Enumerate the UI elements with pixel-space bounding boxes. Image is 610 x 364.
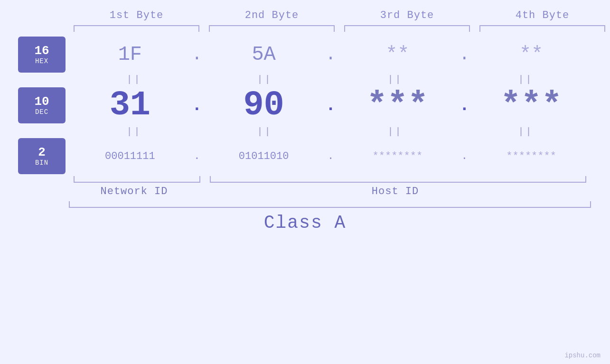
hex-badge-label: HEX — [35, 57, 48, 65]
dec-val-3: *** — [367, 86, 429, 125]
big-bracket-row — [0, 201, 610, 208]
bin-byte-1: 00011111 — [70, 150, 190, 162]
hex-badge: 16 HEX — [18, 37, 66, 73]
hex-badge-num: 16 — [34, 44, 49, 58]
hex-val-3: ** — [385, 43, 409, 66]
bin-data-row: 00011111 . 01011010 . ******** . *******… — [70, 150, 610, 162]
hex-val-2: 5A — [252, 43, 275, 66]
dec-val-1: 31 — [110, 86, 150, 125]
hex-dot-2: . — [324, 45, 338, 65]
hex-val-1: 1F — [118, 43, 142, 66]
class-label-row: Class A — [0, 213, 610, 233]
dec-byte-1: 31 — [70, 86, 190, 125]
dec-badge-label: DEC — [35, 108, 48, 116]
bracket-top-4 — [479, 25, 605, 32]
footer: ipshu.com — [564, 352, 601, 359]
dec-byte-2: 90 — [204, 86, 324, 125]
bracket-host-inner-1 — [210, 176, 586, 183]
id-labels-row: Network ID Host ID — [0, 186, 610, 197]
dec-val-2: 90 — [243, 86, 284, 125]
class-label: Class A — [264, 213, 347, 233]
bin-byte-2: 01011010 — [204, 150, 324, 162]
byte-label-1: 1st Byte — [69, 9, 204, 25]
bin-badge: 2 BIN — [18, 138, 66, 174]
hex-byte-2: 5A — [204, 43, 324, 66]
bracket-network — [74, 176, 200, 183]
bin-dot-1: . — [190, 150, 204, 162]
pipe-2-4: || — [460, 126, 591, 137]
dec-badge: 10 DEC — [18, 87, 66, 123]
bracket-top-3 — [344, 25, 470, 32]
hex-byte-3: ** — [338, 43, 458, 66]
pipe-2-2: || — [199, 126, 330, 137]
bin-section: 2 BIN 00011111 . 01011010 . ******** . *… — [0, 138, 610, 174]
host-id-label: Host ID — [199, 186, 591, 197]
byte-label-2: 2nd Byte — [204, 9, 339, 25]
bracket-top-2 — [209, 25, 335, 32]
hex-val-4: ** — [519, 43, 543, 66]
hex-byte-1: 1F — [70, 43, 190, 66]
dec-byte-3: *** — [338, 86, 458, 125]
dec-dot-2: . — [324, 96, 338, 115]
bin-dot-3: . — [457, 150, 471, 162]
byte-label-4: 4th Byte — [475, 9, 610, 25]
dec-val-4: *** — [500, 86, 562, 125]
footer-text: ipshu.com — [564, 352, 601, 359]
bin-byte-3: ******** — [338, 150, 458, 162]
bin-dot-2: . — [324, 150, 338, 162]
pipe-row-1: || || || || — [0, 73, 610, 86]
hex-data-row: 1F . 5A . ** . ** — [70, 43, 610, 66]
dec-data-row: 31 . 90 . *** . *** — [70, 86, 610, 125]
top-brackets — [0, 25, 610, 32]
dec-byte-4: *** — [471, 86, 591, 125]
network-id-label: Network ID — [69, 186, 199, 197]
byte-label-3: 3rd Byte — [339, 9, 475, 25]
hex-dot-1: . — [190, 45, 204, 65]
pipe-2-1: || — [69, 126, 199, 137]
pipe-1-1: || — [69, 74, 199, 85]
bin-badge-num: 2 — [38, 146, 46, 159]
bottom-brackets — [0, 176, 610, 183]
hex-section: 16 HEX 1F . 5A . ** . ** — [0, 37, 610, 73]
main-container: 1st Byte 2nd Byte 3rd Byte 4th Byte 16 H… — [0, 0, 610, 364]
pipe-row-2: || || || || — [0, 125, 610, 138]
bracket-top-1 — [74, 25, 199, 32]
dec-section: 10 DEC 31 . 90 . *** . *** — [0, 86, 610, 125]
bin-val-3: ******** — [373, 150, 423, 162]
big-bracket — [69, 201, 591, 208]
pipe-1-3: || — [330, 74, 460, 85]
pipe-1-2: || — [199, 74, 330, 85]
pipe-2-3: || — [330, 126, 460, 137]
bin-badge-label: BIN — [35, 159, 48, 167]
bin-val-4: ******** — [506, 150, 556, 162]
bin-val-2: 01011010 — [239, 150, 289, 162]
byte-labels-row: 1st Byte 2nd Byte 3rd Byte 4th Byte — [0, 9, 610, 25]
pipe-1-4: || — [460, 74, 591, 85]
hex-dot-3: . — [457, 45, 471, 65]
dec-badge-num: 10 — [34, 95, 49, 109]
bin-byte-4: ******** — [471, 150, 591, 162]
hex-byte-4: ** — [471, 43, 591, 66]
bin-val-1: 00011111 — [105, 150, 155, 162]
dec-dot-1: . — [190, 96, 204, 115]
dec-dot-3: . — [457, 96, 471, 115]
